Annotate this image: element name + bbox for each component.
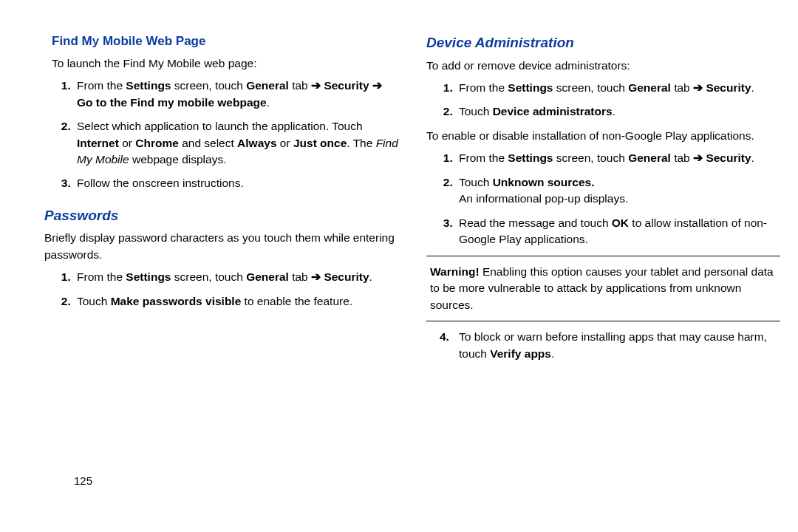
just-once-label: Just once bbox=[293, 137, 347, 149]
text: Touch bbox=[459, 176, 493, 188]
device-administrators-label: Device administrators bbox=[493, 105, 613, 117]
always-label: Always bbox=[237, 137, 276, 149]
unknown-sources-label: Unknown sources. bbox=[493, 176, 595, 188]
text: From the bbox=[77, 79, 126, 92]
find-intro-text: To launch the Find My Mobile web page: bbox=[44, 55, 398, 72]
left-column: Find My Mobile Web Page To launch the Fi… bbox=[0, 0, 400, 369]
settings-label: Settings bbox=[126, 270, 171, 283]
text: to enable the feature. bbox=[241, 295, 352, 307]
settings-label: Settings bbox=[126, 79, 171, 92]
text: screen, touch bbox=[553, 151, 628, 164]
text: or bbox=[119, 137, 135, 149]
ok-label: OK bbox=[612, 216, 629, 229]
text: or bbox=[277, 137, 293, 149]
text: tab bbox=[671, 81, 693, 94]
text: tab bbox=[289, 79, 311, 92]
text: Select which application to launch the a… bbox=[77, 120, 363, 132]
manual-page: Find My Mobile Web Page To launch the Fi… bbox=[0, 0, 798, 369]
warning-text: Enabling this option causes your tablet … bbox=[430, 265, 774, 311]
passwords-steps-list: From the Settings screen, touch General … bbox=[44, 269, 398, 310]
dev-admins-steps: From the Settings screen, touch General … bbox=[426, 80, 780, 120]
security-label: Security bbox=[706, 81, 751, 94]
text: Touch bbox=[459, 105, 493, 117]
page-number: 125 bbox=[74, 473, 92, 489]
chrome-label: Chrome bbox=[135, 137, 179, 149]
settings-label: Settings bbox=[508, 81, 553, 94]
arrow-icon: ➔ bbox=[372, 79, 382, 92]
text: and select bbox=[179, 137, 237, 149]
find-step-2: Select which application to launch the a… bbox=[74, 118, 398, 168]
unknown-sources-steps-continued: To block or warn before installing apps … bbox=[426, 329, 780, 362]
text: Read the message and touch bbox=[459, 216, 612, 229]
text: Touch bbox=[77, 295, 111, 307]
dev-admin-intro-2: To enable or disable installation of non… bbox=[426, 128, 780, 144]
verify-apps-label: Verify apps bbox=[490, 347, 551, 360]
security-label: Security bbox=[324, 79, 369, 92]
divider bbox=[426, 321, 780, 321]
security-label: Security bbox=[324, 270, 369, 283]
warning-label: Warning! bbox=[430, 265, 480, 278]
arrow-icon: ➔ bbox=[311, 270, 321, 283]
general-label: General bbox=[246, 79, 289, 92]
dev2-step-2: Touch Unknown sources. An informational … bbox=[456, 174, 780, 208]
goto-webpage-label: Go to the Find my mobile webpage bbox=[77, 96, 267, 109]
dev2-step-1: From the Settings screen, touch General … bbox=[456, 150, 780, 166]
text: From the bbox=[459, 81, 508, 94]
text: An informational pop-up displays. bbox=[459, 192, 628, 205]
dev1-step-1: From the Settings screen, touch General … bbox=[456, 80, 780, 96]
pw-step-1: From the Settings screen, touch General … bbox=[74, 269, 398, 285]
unknown-sources-steps: From the Settings screen, touch General … bbox=[426, 150, 780, 248]
dev2-step-4: To block or warn before installing apps … bbox=[456, 329, 780, 362]
arrow-icon: ➔ bbox=[693, 151, 703, 164]
find-steps-list: From the Settings screen, touch General … bbox=[44, 78, 398, 192]
text: tab bbox=[289, 270, 311, 283]
make-passwords-visible-label: Make passwords visible bbox=[111, 295, 242, 307]
text: screen, touch bbox=[553, 81, 628, 94]
heading-device-administration: Device Administration bbox=[426, 33, 780, 53]
heading-passwords: Passwords bbox=[44, 205, 398, 226]
text: screen, touch bbox=[171, 79, 246, 92]
pw-step-2: Touch Make passwords visible to enable t… bbox=[74, 293, 398, 310]
text: From the bbox=[77, 270, 126, 283]
heading-find-my-mobile: Find My Mobile Web Page bbox=[44, 33, 398, 51]
text: webpage displays. bbox=[129, 153, 227, 166]
internet-label: Internet bbox=[77, 137, 119, 149]
arrow-icon: ➔ bbox=[311, 79, 321, 92]
warning-block: Warning! Enabling this option causes you… bbox=[426, 264, 780, 313]
settings-label: Settings bbox=[508, 151, 553, 164]
arrow-icon: ➔ bbox=[693, 81, 703, 94]
text: From the bbox=[459, 151, 508, 164]
general-label: General bbox=[628, 151, 671, 164]
dev1-step-2: Touch Device administrators. bbox=[456, 103, 780, 120]
text: tab bbox=[671, 151, 693, 164]
dev-admin-intro-1: To add or remove device administrators: bbox=[426, 58, 780, 74]
general-label: General bbox=[628, 81, 671, 94]
divider bbox=[426, 256, 780, 256]
text: . The bbox=[347, 137, 375, 149]
general-label: General bbox=[246, 270, 289, 283]
find-step-1: From the Settings screen, touch General … bbox=[74, 78, 398, 111]
security-label: Security bbox=[706, 151, 751, 164]
text: screen, touch bbox=[171, 270, 246, 283]
passwords-intro-text: Briefly display password characters as y… bbox=[44, 230, 398, 263]
dev2-step-3: Read the message and touch OK to allow i… bbox=[456, 215, 780, 248]
right-column: Device Administration To add or remove d… bbox=[400, 0, 798, 369]
find-step-3: Follow the onscreen instructions. bbox=[74, 175, 398, 191]
